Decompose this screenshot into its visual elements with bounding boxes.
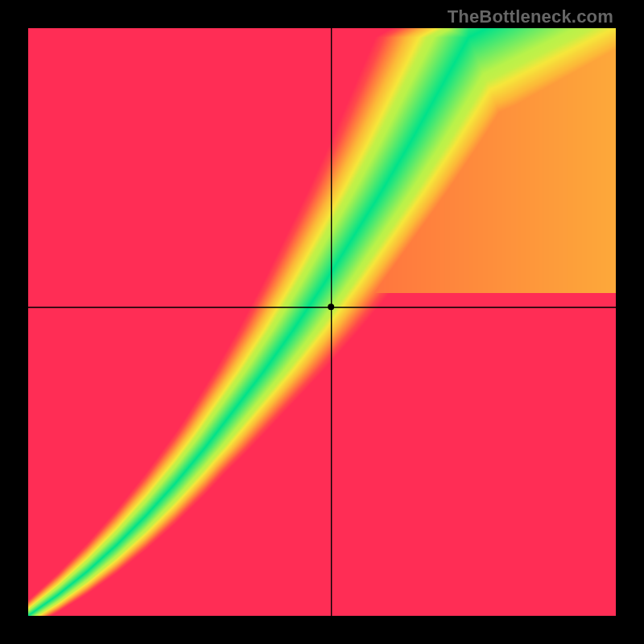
plot-area [28, 28, 616, 616]
chart-frame: TheBottleneck.com [0, 0, 644, 644]
watermark-text: TheBottleneck.com [448, 6, 613, 27]
crosshair-overlay [28, 28, 616, 616]
